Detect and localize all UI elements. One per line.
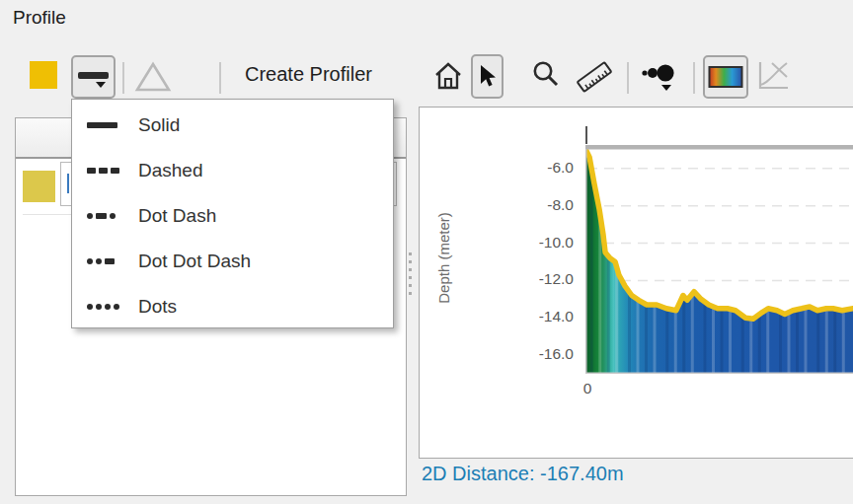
y-axis-tick-label: -8.0: [514, 196, 574, 214]
toolbar-separator: [219, 62, 221, 94]
y-axis-label: Depth (meter): [435, 160, 452, 357]
home-icon: [432, 60, 464, 92]
toolbar-separator: [122, 62, 124, 94]
distance-status-text: 2D Distance: -167.40m: [422, 463, 624, 485]
menu-item-dotdash[interactable]: Dot Dash: [72, 193, 393, 239]
menu-item-label: Dot Dash: [138, 205, 216, 227]
page-title: Profile: [13, 7, 66, 29]
menu-item-dotdotdash[interactable]: Dot Dot Dash: [72, 239, 393, 284]
layer-color-swatch[interactable]: [23, 171, 55, 202]
menu-item-solid[interactable]: Solid: [72, 103, 393, 148]
create-profiler-button[interactable]: Create Profiler: [245, 63, 372, 86]
profile-window: Profile Create Profiler: [0, 0, 853, 504]
ruler-icon: [573, 55, 616, 99]
menu-item-label: Dots: [138, 296, 177, 318]
search-icon: [531, 59, 561, 89]
color-ramp-icon: [708, 65, 743, 89]
color-ramp-button[interactable]: [703, 55, 748, 99]
menu-item-label: Solid: [138, 114, 180, 136]
triangle-marker-button[interactable]: [132, 59, 174, 95]
y-axis-tick-label: -6.0: [514, 159, 574, 177]
line-style-dropdown-button[interactable]: [71, 55, 116, 99]
y-axis-tick-label: -10.0: [514, 234, 574, 252]
solid-line-icon: [87, 122, 126, 128]
dotdash-line-icon: [87, 213, 126, 219]
line-chart-icon: [754, 57, 792, 95]
solid-line-icon: [78, 72, 109, 79]
home-extent-button[interactable]: [432, 60, 464, 92]
chevron-down-icon: [96, 82, 106, 88]
point-size-dropdown-button[interactable]: [640, 59, 679, 95]
point-sizes-icon: [640, 59, 679, 95]
triangle-icon: [132, 59, 174, 95]
menu-item-dashed[interactable]: Dashed: [72, 148, 393, 193]
toolbar-separator: [693, 62, 695, 94]
panel-splitter-handle[interactable]: [409, 252, 412, 295]
line-style-menu: SolidDashedDot DashDot Dot DashDots: [71, 99, 394, 328]
y-axis-tick-label: -12.0: [514, 270, 574, 288]
cursor-arrow-icon: [477, 64, 499, 90]
y-axis-tick-label: -14.0: [514, 308, 574, 325]
dots-line-icon: [87, 304, 126, 310]
line-color-swatch-button[interactable]: [30, 61, 57, 89]
menu-item-label: Dashed: [138, 160, 203, 181]
depth-profile-plot[interactable]: [585, 145, 853, 374]
chart-cursor-tick: [585, 126, 587, 144]
chevron-down-icon: [661, 85, 671, 91]
select-tool-button[interactable]: [471, 54, 504, 99]
menu-item-dots[interactable]: Dots: [72, 284, 393, 329]
chart-view-button-disabled[interactable]: [754, 57, 792, 95]
measure-tool-button[interactable]: [573, 55, 616, 99]
x-axis-tick-label: 0: [578, 380, 597, 397]
profile-chart-panel: Depth (meter) -6.0-8.0-10.0-12.0-14.0-16…: [419, 107, 853, 459]
dashed-line-icon: [87, 168, 126, 174]
toolbar-separator: [627, 62, 629, 94]
y-axis-tick-label: -16.0: [514, 345, 574, 363]
dotdotdash-line-icon: [87, 258, 126, 264]
menu-item-label: Dot Dot Dash: [138, 251, 251, 272]
zoom-tool-button[interactable]: [531, 59, 561, 89]
